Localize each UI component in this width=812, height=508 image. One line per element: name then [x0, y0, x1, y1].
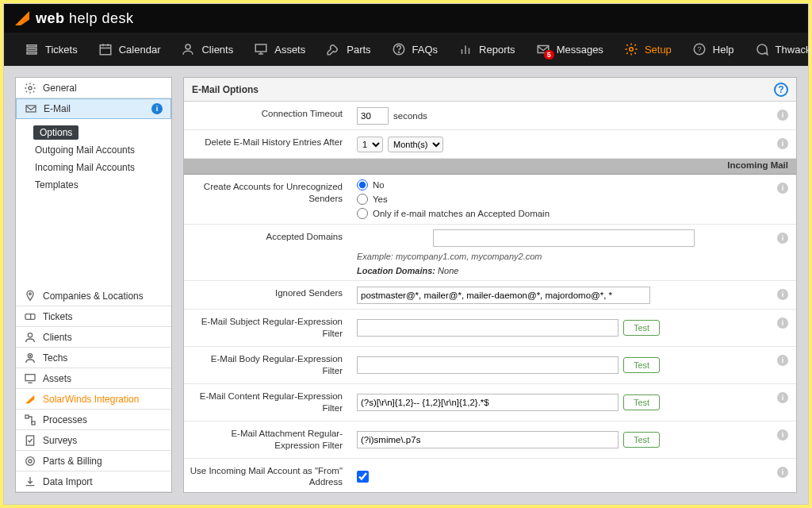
- sidebar-item-companies[interactable]: Companies & Locations: [16, 286, 171, 306]
- monitor-icon: [254, 42, 268, 56]
- svg-rect-0: [27, 45, 36, 47]
- radio-only[interactable]: Only if e-mail matches an Accepted Domai…: [357, 208, 550, 219]
- sidebar-sub-templates[interactable]: Templates: [25, 176, 171, 194]
- info-icon[interactable]: i: [777, 138, 788, 149]
- info-icon[interactable]: i: [777, 110, 788, 121]
- info-icon[interactable]: i: [777, 289, 788, 300]
- info-icon[interactable]: i: [777, 318, 788, 329]
- timeout-input[interactable]: [357, 107, 389, 125]
- nav-thwack[interactable]: Thwack: [745, 33, 812, 66]
- sidebar-item-general[interactable]: General: [16, 78, 171, 98]
- sidebar-email-label: E-Mail: [44, 103, 71, 114]
- nav-reports[interactable]: Reports: [449, 33, 525, 66]
- brand-mark-icon: [15, 11, 29, 25]
- sidebar-solarwinds-label: SolarWinds Integration: [43, 394, 139, 405]
- body-filter-test-button[interactable]: Test: [623, 357, 660, 373]
- nav-assets[interactable]: Assets: [244, 33, 315, 66]
- nav-setup[interactable]: Setup: [615, 33, 681, 66]
- sidebar-general-label: General: [43, 83, 77, 94]
- info-icon[interactable]: i: [777, 429, 788, 441]
- import-icon: [24, 475, 36, 488]
- svg-point-27: [29, 355, 30, 356]
- nav-messages[interactable]: Messages 5: [527, 33, 613, 66]
- speech-icon: [755, 42, 769, 56]
- subject-filter-test-button[interactable]: Test: [623, 320, 660, 336]
- info-icon[interactable]: i: [777, 392, 788, 403]
- sidebar-item-assets[interactable]: Assets: [16, 368, 171, 389]
- info-icon[interactable]: i: [777, 467, 788, 478]
- nav-reports-label: Reports: [479, 44, 515, 56]
- row-create-accounts: Create Accounts for Unrecognized Senders…: [184, 175, 796, 225]
- svg-point-12: [398, 52, 399, 52]
- question-circle-icon: [392, 42, 406, 56]
- monitor-icon: [24, 372, 36, 385]
- nav-clients[interactable]: Clients: [171, 33, 243, 66]
- svg-rect-21: [26, 106, 36, 112]
- sidebar-item-email[interactable]: E-Mail i: [16, 98, 171, 119]
- nav-clients-label: Clients: [201, 44, 233, 56]
- delete-history-unit-select[interactable]: Month(s): [388, 137, 443, 152]
- content-filter-input[interactable]: [357, 394, 619, 411]
- svg-text:?: ?: [697, 45, 701, 53]
- sidebar-item-tickets[interactable]: Tickets: [16, 306, 171, 327]
- ignored-senders-input[interactable]: [357, 287, 650, 304]
- sidebar-item-parts-billing[interactable]: Parts & Billing: [16, 451, 171, 471]
- clipboard-check-icon: [24, 434, 36, 447]
- sidebar-item-clients[interactable]: Clients: [16, 327, 171, 348]
- row-ignored-senders: Ignored Senders i: [184, 281, 796, 310]
- subject-filter-label: E-Mail Subject Regular-Expression Filter: [184, 310, 350, 346]
- info-icon[interactable]: i: [151, 103, 163, 114]
- sidebar-item-surveys[interactable]: Surveys: [16, 430, 171, 451]
- sidebar-sub-outgoing[interactable]: Outgoing Mail Accounts: [25, 141, 171, 159]
- sidebar-item-solarwinds[interactable]: SolarWinds Integration: [16, 389, 171, 410]
- person-icon: [24, 331, 36, 344]
- nav-tickets[interactable]: Tickets: [15, 33, 87, 66]
- timeout-label: Connection Timeout: [184, 102, 350, 129]
- svg-point-7: [186, 44, 190, 49]
- delete-history-num-select[interactable]: 1: [357, 137, 383, 152]
- nav-faqs[interactable]: FAQs: [382, 33, 448, 66]
- nav-messages-label: Messages: [557, 44, 603, 56]
- radio-only-input[interactable]: [357, 208, 368, 219]
- tech-icon: [24, 352, 36, 364]
- info-icon[interactable]: i: [777, 183, 788, 194]
- timeout-suffix: seconds: [393, 111, 427, 121]
- help-button[interactable]: ?: [774, 83, 788, 97]
- svg-point-17: [630, 48, 634, 52]
- accepted-domains-input[interactable]: [433, 229, 695, 247]
- sidebar-item-processes[interactable]: Processes: [16, 410, 171, 430]
- row-delete-history: Delete E-Mail History Entries After 1 Mo…: [184, 130, 796, 159]
- info-icon[interactable]: i: [777, 355, 788, 366]
- panel-header: E-Mail Options ?: [184, 78, 796, 102]
- nav-parts[interactable]: Parts: [316, 33, 380, 66]
- row-accepted-domains: Accepted Domains Example: mycompany1.com…: [184, 225, 796, 281]
- svg-point-20: [29, 87, 32, 90]
- ticket-icon: [24, 310, 36, 323]
- cog-icon: [24, 455, 36, 468]
- sidebar-sub-incoming[interactable]: Incoming Mail Accounts: [25, 159, 171, 176]
- body-filter-input[interactable]: [357, 356, 619, 374]
- sidebar-surveys-label: Surveys: [43, 435, 77, 446]
- nav-help[interactable]: ? Help: [683, 33, 744, 66]
- row-content-filter: E-Mail Content Regular-Expression Filter…: [184, 384, 796, 421]
- use-from-checkbox[interactable]: [357, 471, 369, 483]
- content-filter-test-button[interactable]: Test: [623, 394, 660, 410]
- radio-yes-input[interactable]: [357, 194, 368, 205]
- row-body-filter: E-Mail Body Regular-Expression Filter Te…: [184, 347, 796, 384]
- wrench-icon: [326, 42, 340, 56]
- sidebar-sub-options[interactable]: Options: [33, 125, 79, 140]
- subject-filter-input[interactable]: [357, 319, 619, 337]
- radio-no-input[interactable]: [357, 179, 368, 190]
- form-body: Connection Timeout seconds i Delete E-Ma…: [184, 102, 796, 492]
- nav-calendar[interactable]: Calendar: [89, 33, 170, 66]
- sidebar-item-techs[interactable]: Techs: [16, 348, 171, 368]
- sidebar-item-data-import[interactable]: Data Import: [16, 471, 171, 492]
- svg-rect-8: [255, 44, 266, 52]
- info-icon[interactable]: i: [777, 233, 788, 244]
- attachment-filter-test-button[interactable]: Test: [623, 432, 660, 448]
- content-filter-label: E-Mail Content Regular-Expression Filter: [184, 384, 350, 421]
- attachment-filter-input[interactable]: [357, 431, 619, 448]
- help-circle-icon: ?: [692, 42, 707, 56]
- radio-yes[interactable]: Yes: [357, 194, 550, 205]
- radio-no[interactable]: No: [357, 179, 550, 190]
